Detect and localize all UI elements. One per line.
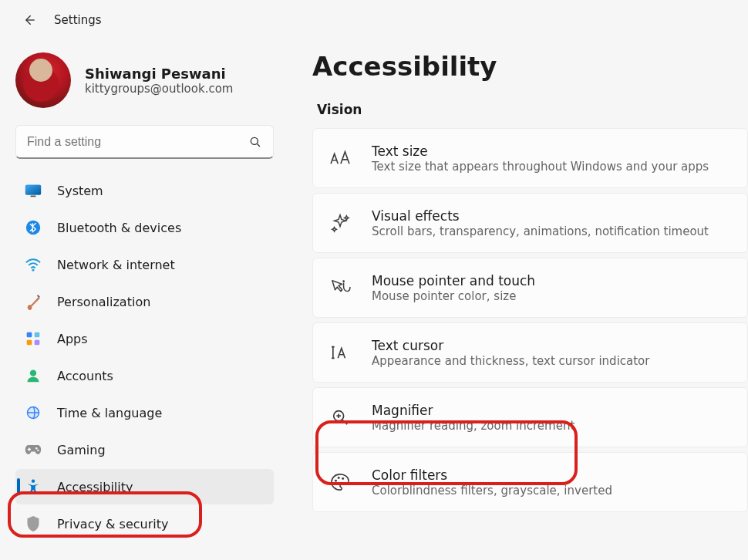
back-button[interactable] [20, 11, 39, 29]
svg-rect-6 [27, 332, 32, 338]
sidebar-item-label: Accessibility [57, 480, 133, 494]
palette-icon [329, 472, 352, 492]
accessibility-icon [25, 478, 42, 495]
tile-color-filters[interactable]: Color filters Colorblindness filters, gr… [312, 452, 748, 512]
svg-point-4 [26, 221, 40, 234]
tile-text-cursor[interactable]: Text cursor Appearance and thickness, te… [312, 322, 748, 383]
shield-icon [25, 515, 42, 532]
sparkle-icon [329, 213, 352, 233]
svg-point-14 [32, 479, 35, 482]
svg-point-19 [342, 477, 344, 480]
text-cursor-icon [329, 342, 352, 363]
tile-subtitle: Scroll bars, transparency, animations, n… [372, 224, 709, 238]
svg-point-15 [342, 280, 345, 282]
search-box[interactable] [15, 125, 274, 159]
sidebar-item-label: Apps [57, 332, 88, 346]
sidebar-item-label: Personalization [57, 295, 150, 309]
tile-subtitle: Colorblindness filters, grayscale, inver… [372, 484, 612, 498]
tile-title: Visual effects [372, 208, 709, 224]
sidebar-item-label: Network & internet [57, 258, 175, 272]
svg-point-17 [335, 480, 337, 482]
tile-subtitle: Mouse pointer color, size [372, 289, 535, 303]
sidebar-item-system[interactable]: System [15, 173, 274, 208]
sidebar-item-network[interactable]: Network & internet [15, 247, 274, 282]
tile-text-size[interactable]: Text size Text size that appears through… [312, 128, 748, 188]
app-title: Settings [54, 13, 102, 27]
tile-mouse-pointer[interactable]: Mouse pointer and touch Mouse pointer co… [312, 258, 748, 318]
svg-rect-3 [30, 195, 35, 197]
svg-point-5 [32, 269, 35, 272]
sidebar-item-accounts[interactable]: Accounts [15, 358, 274, 393]
tile-title: Color filters [372, 467, 612, 483]
sidebar: Shiwangi Peswani kittygroups@outlook.com… [0, 37, 281, 560]
sidebar-item-label: Privacy & security [57, 517, 168, 531]
tile-subtitle: Appearance and thickness, text cursor in… [372, 354, 649, 368]
sidebar-item-label: Gaming [57, 443, 106, 457]
sidebar-item-label: Bluetooth & devices [57, 221, 181, 235]
arrow-left-icon [22, 12, 37, 28]
titlebar: Settings [0, 0, 748, 37]
tile-visual-effects[interactable]: Visual effects Scroll bars, transparency… [312, 193, 748, 253]
svg-rect-9 [35, 340, 40, 346]
search-input[interactable] [27, 135, 227, 149]
profile-name: Shiwangi Peswani [85, 66, 233, 82]
apps-icon [25, 330, 42, 347]
bluetooth-icon [25, 219, 42, 236]
sidebar-item-apps[interactable]: Apps [15, 321, 274, 356]
svg-rect-8 [27, 340, 32, 346]
tile-title: Magnifier [372, 403, 574, 418]
svg-point-0 [251, 137, 258, 144]
svg-point-13 [37, 450, 39, 451]
gamepad-icon [25, 441, 42, 458]
text-size-icon [329, 148, 352, 168]
monitor-icon [25, 182, 42, 199]
profile[interactable]: Shiwangi Peswani kittygroups@outlook.com [15, 45, 274, 125]
sidebar-item-label: Time & language [57, 406, 162, 420]
page-title: Accessibility [312, 51, 748, 82]
svg-point-10 [30, 370, 36, 376]
sidebar-item-accessibility[interactable]: Accessibility [15, 469, 274, 504]
tile-list: Text size Text size that appears through… [312, 128, 748, 512]
sidebar-item-bluetooth[interactable]: Bluetooth & devices [15, 210, 274, 245]
tile-title: Mouse pointer and touch [372, 273, 535, 288]
svg-rect-7 [35, 332, 40, 338]
sidebar-item-time-language[interactable]: Time & language [15, 395, 274, 430]
sidebar-item-privacy[interactable]: Privacy & security [15, 506, 274, 541]
sidebar-item-label: System [57, 184, 103, 198]
svg-rect-2 [25, 185, 41, 195]
sidebar-item-label: Accounts [57, 369, 113, 383]
tile-subtitle: Magnifier reading, zoom increment [372, 419, 574, 433]
section-title-vision: Vision [317, 102, 748, 117]
avatar [15, 52, 71, 108]
wifi-icon [25, 256, 42, 273]
svg-point-12 [35, 447, 37, 449]
search-icon [248, 135, 262, 149]
paintbrush-icon [25, 293, 42, 310]
sidebar-item-gaming[interactable]: Gaming [15, 432, 274, 467]
nav: System Bluetooth & devices Network & int… [15, 173, 274, 541]
content: Accessibility Vision Text size Text size… [281, 37, 748, 560]
magnifier-icon [329, 407, 352, 427]
svg-point-18 [338, 477, 340, 479]
tile-subtitle: Text size that appears throughout Window… [372, 160, 709, 174]
tile-title: Text size [372, 143, 709, 159]
globe-clock-icon [25, 404, 42, 421]
tile-magnifier[interactable]: Magnifier Magnifier reading, zoom increm… [312, 387, 748, 447]
tile-title: Text cursor [372, 338, 649, 353]
pointer-touch-icon [329, 278, 352, 298]
profile-email: kittygroups@outlook.com [85, 82, 233, 96]
sidebar-item-personalization[interactable]: Personalization [15, 284, 274, 319]
person-icon [25, 367, 42, 384]
